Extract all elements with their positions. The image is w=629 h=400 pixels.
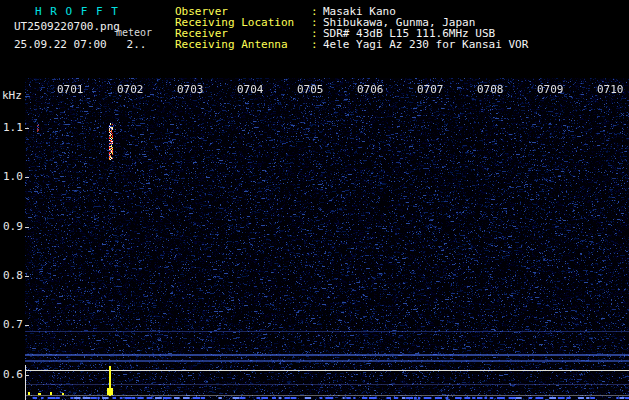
hrofft-window: H R O F F T UT2509220700.png meteor 25.0…: [0, 0, 629, 400]
x-tick-label: 0709: [537, 84, 564, 95]
mode-label: meteor: [116, 27, 152, 38]
x-tick-label: 0705: [297, 84, 324, 95]
x-tick-label: 0701: [57, 84, 84, 95]
y-axis-unit-label: kHz: [2, 90, 22, 101]
x-tick-label: 0703: [177, 84, 204, 95]
datetime-label: 25.09.22 07:00 2..: [14, 39, 146, 50]
x-tick-label: 0704: [237, 84, 264, 95]
y-tick-label: 0.6: [3, 369, 23, 380]
x-tick-label: 0706: [357, 84, 384, 95]
x-tick-label: 0710: [597, 84, 624, 95]
spectrogram-canvas: [25, 78, 629, 400]
meta-colon: :: [311, 39, 323, 50]
x-tick-label: 0707: [417, 84, 444, 95]
y-tick-label: 0.8: [3, 270, 23, 281]
y-tick-label: 1.0: [3, 171, 23, 182]
y-tick-label: 1.1: [3, 122, 23, 133]
meta-row-antenna: Receiving Antenna : 4ele Yagi Az 230 for…: [175, 39, 528, 50]
meta-label: Receiving Antenna: [175, 39, 311, 50]
station-metadata: Observer : Masaki Kano Receiving Locatio…: [175, 6, 528, 50]
filename-label: UT2509220700.png: [14, 21, 120, 32]
app-title: H R O F F T: [35, 6, 119, 17]
x-tick-label: 0702: [117, 84, 144, 95]
x-tick-label: 0708: [477, 84, 504, 95]
y-tick-label: 0.7: [3, 319, 23, 330]
y-tick-label: 0.9: [3, 221, 23, 232]
meta-value: 4ele Yagi Az 230 for Kansai VOR: [323, 39, 528, 50]
